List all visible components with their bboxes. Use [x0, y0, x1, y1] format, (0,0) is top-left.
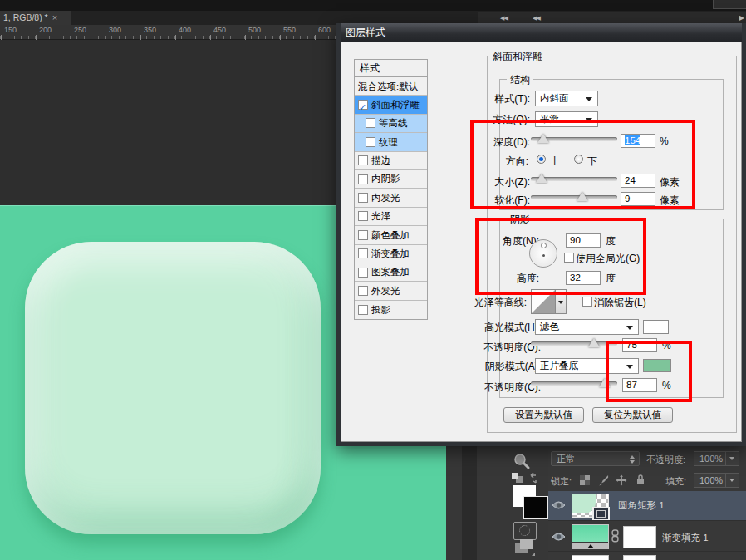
style-item-pattern-overlay[interactable]: 图案叠加 [355, 263, 427, 282]
blend-mode-dropdown[interactable]: 正常 [551, 451, 640, 466]
checkbox-icon[interactable] [358, 155, 368, 165]
lock-transparency-icon[interactable] [580, 475, 590, 485]
background-color-swatch[interactable] [523, 496, 548, 519]
checkbox-icon[interactable] [358, 211, 368, 221]
highlight-mode-label: 高光模式(H): [454, 321, 541, 335]
blend-mode-row: 正常 不透明度: 100% [548, 446, 746, 469]
structure-group-title: 结构 [507, 73, 533, 87]
anti-alias-checkbox[interactable] [582, 297, 592, 307]
ruler-tick-label: 350 [144, 26, 156, 34]
highlight-color-swatch[interactable] [643, 320, 669, 334]
ruler-tick-label: 450 [213, 26, 226, 34]
document-tab[interactable]: 1, RGB/8) *× [0, 11, 71, 25]
checkbox-icon[interactable] [358, 174, 368, 184]
layer-thumbnail[interactable] [572, 494, 609, 518]
close-icon[interactable]: × [52, 12, 57, 22]
gloss-contour-label: 光泽等高线: [439, 296, 527, 310]
style-item-gradient-overlay[interactable]: 渐变叠加 [355, 245, 427, 263]
style-item-stroke[interactable]: 描边 [355, 152, 427, 170]
zoom-tool-icon[interactable] [513, 452, 531, 470]
shadow-mode-label: 阴影模式(A): [454, 360, 541, 374]
layer-row-gradient-fill[interactable]: 渐变填充 1 [548, 520, 746, 551]
dock-divider [462, 446, 477, 560]
gradient-slider-strip [572, 543, 608, 549]
opacity-field[interactable]: 100% [694, 451, 739, 466]
lock-position-move-icon[interactable] [616, 474, 627, 486]
lock-pixels-brush-icon[interactable] [597, 474, 609, 486]
style-item-texture[interactable]: 纹理 [355, 133, 427, 151]
collapse-panel-icon[interactable]: ◀◀ [500, 15, 508, 22]
ruler-tick-label: 500 [248, 26, 261, 34]
bevel-style-dropdown[interactable]: 内斜面 [535, 91, 598, 106]
gradient-fill-thumbnail[interactable] [572, 524, 609, 549]
ruler-tick-label: 300 [109, 26, 121, 34]
lock-all-icon[interactable] [635, 474, 646, 485]
checkbox-icon[interactable] [358, 305, 368, 315]
reset-default-button[interactable]: 复位为默认值 [592, 407, 673, 423]
highlight-mode-dropdown[interactable]: 滤色 [535, 319, 639, 335]
layer-thumbnail-partial [572, 555, 609, 560]
dialog-titlebar[interactable]: 图层样式 [341, 23, 742, 42]
shadow-opacity-slider[interactable] [531, 377, 617, 389]
checkbox-icon[interactable] [358, 268, 368, 278]
ruler-tick-label: 200 [39, 26, 52, 34]
bevel-group-title: 斜面和浮雕 [489, 50, 546, 64]
layer-visibility-eye-icon[interactable] [552, 500, 566, 510]
style-item-contour[interactable]: 等高线 [355, 115, 427, 133]
slider-thumb[interactable] [588, 338, 600, 347]
stepper-icon [630, 455, 635, 464]
ruler-tick-label: 400 [179, 26, 191, 34]
opacity-label: 不透明度: [646, 454, 685, 466]
styles-list-header: 样式 [355, 60, 427, 77]
checkbox-icon[interactable] [358, 230, 368, 240]
style-item-inner-shadow[interactable]: 内阴影 [355, 170, 427, 189]
anti-alias-label: 消除锯齿(L) [594, 296, 677, 310]
layers-panel: 正常 不透明度: 100% 锁定: 填充: 100% [548, 446, 746, 560]
swap-colors-icon[interactable] [511, 473, 539, 484]
checkbox-icon[interactable] [366, 118, 375, 128]
layer-mask-thumbnail[interactable] [623, 526, 656, 548]
link-mask-icon[interactable] [611, 529, 619, 543]
screen-mode-icon-front[interactable] [520, 539, 533, 549]
vector-mask-badge-icon [592, 507, 610, 521]
shadow-opacity-label: 不透明度(C): [454, 381, 541, 395]
checkbox-checked-icon[interactable] [358, 100, 368, 110]
layer-name[interactable]: 渐变填充 1 [662, 532, 709, 544]
lock-label: 锁定: [551, 475, 572, 488]
style-item-satin[interactable]: 光泽 [355, 208, 427, 226]
style-item-blending-options[interactable]: 混合选项:默认 [355, 77, 427, 96]
checkbox-icon[interactable] [358, 248, 368, 258]
layer-name[interactable]: 圆角矩形 1 [618, 499, 665, 512]
blend-mode-value: 正常 [557, 454, 575, 464]
layer-row-rounded-rectangle[interactable]: 圆角矩形 1 [548, 491, 746, 520]
quick-mask-button[interactable] [513, 522, 537, 540]
fill-value: 100% [699, 475, 723, 485]
tools-column [504, 446, 550, 560]
collapse-panel-icon[interactable]: ◀◀ [533, 15, 540, 22]
dialog-title: 图层样式 [346, 27, 385, 38]
set-default-button[interactable]: 设置为默认值 [503, 407, 584, 423]
chevron-down-icon[interactable] [725, 474, 739, 487]
style-item-color-overlay[interactable]: 颜色叠加 [355, 226, 427, 244]
rounded-rectangle-shape[interactable] [25, 242, 321, 534]
style-item-inner-glow[interactable]: 内发光 [355, 189, 427, 207]
opacity-value: 100% [699, 454, 723, 464]
checkbox-icon[interactable] [366, 137, 375, 147]
ruler-tick-label: 600 [318, 26, 331, 34]
ruler-tick-label: 550 [283, 26, 296, 34]
style-item-outer-glow[interactable]: 外发光 [355, 282, 427, 300]
checkbox-icon[interactable] [358, 193, 368, 203]
fill-field[interactable]: 100% [694, 473, 739, 488]
highlight-opacity-slider[interactable] [531, 337, 617, 349]
layer-visibility-eye-icon[interactable] [552, 532, 566, 542]
annotation-rect-angle [475, 218, 646, 295]
checkbox-icon[interactable] [358, 286, 368, 296]
chevron-down-icon[interactable] [725, 452, 739, 465]
style-item-bevel-emboss[interactable]: 斜面和浮雕 [355, 96, 427, 114]
quick-mask-circle-icon [519, 525, 530, 536]
expand-panel-icon[interactable]: ▶ [739, 14, 744, 22]
style-item-drop-shadow[interactable]: 投影 [355, 301, 427, 319]
fill-label: 填充: [665, 475, 686, 488]
highlight-opacity-label: 不透明度(O): [454, 341, 541, 355]
layer-row-partial[interactable] [548, 551, 746, 560]
